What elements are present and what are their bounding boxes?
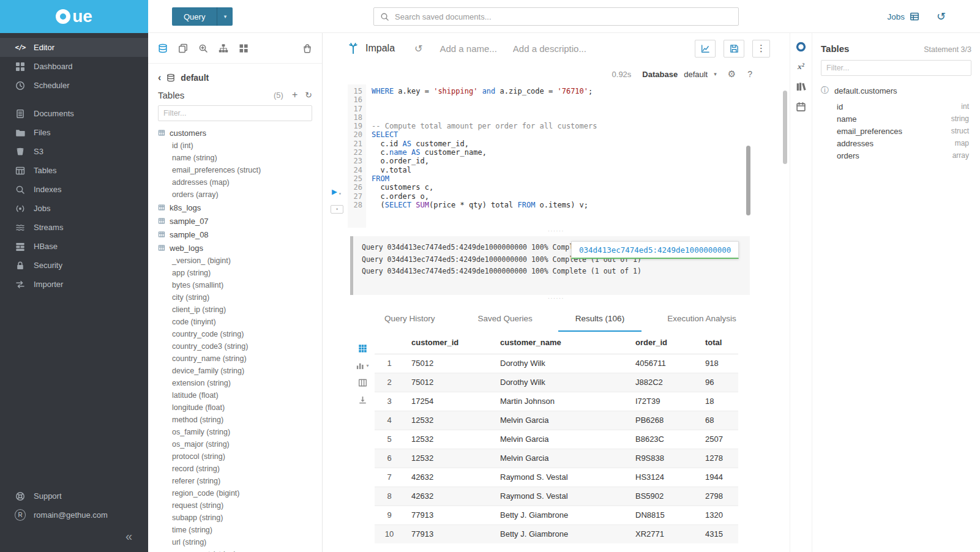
column-item[interactable]: referer (string) bbox=[148, 475, 322, 487]
settings-gear-icon[interactable]: ⚙ bbox=[728, 69, 736, 80]
column-item[interactable]: user_agent (string) bbox=[148, 548, 322, 552]
column-item[interactable]: url (string) bbox=[148, 536, 322, 548]
databases-icon[interactable] bbox=[158, 43, 168, 53]
tab-results-106[interactable]: Results (106) bbox=[558, 306, 641, 332]
collapse-sidebar-icon[interactable]: « bbox=[125, 529, 132, 543]
run-query-button[interactable]: ▶ ▾ bbox=[332, 187, 342, 196]
functions-icon[interactable]: x² bbox=[798, 62, 804, 72]
run-options-caret-icon[interactable]: ▾ bbox=[339, 192, 342, 196]
column-item[interactable]: email_preferences (struct) bbox=[148, 164, 322, 176]
results-column-header[interactable]: customer_id bbox=[404, 332, 493, 354]
table-item-web-logs[interactable]: web_logs bbox=[148, 241, 322, 255]
hue-logo[interactable]: ue bbox=[0, 0, 148, 33]
column-item[interactable]: country_name (string) bbox=[148, 352, 322, 365]
nav-item-support[interactable]: Support bbox=[0, 487, 148, 505]
download-icon[interactable] bbox=[358, 395, 367, 405]
column-item[interactable]: subapp (string) bbox=[148, 512, 322, 524]
nav-item-streams[interactable]: Streams bbox=[0, 218, 148, 237]
column-item[interactable]: protocol (string) bbox=[148, 450, 322, 463]
docs-icon[interactable] bbox=[796, 81, 806, 92]
nav-item-dashboard[interactable]: Dashboard bbox=[0, 57, 148, 76]
chart-button[interactable] bbox=[695, 40, 716, 58]
editor-scrollbar[interactable] bbox=[746, 146, 750, 215]
query-name-input[interactable]: Add a name... bbox=[440, 43, 496, 54]
documents-copy-icon[interactable] bbox=[178, 43, 188, 53]
save-button[interactable] bbox=[724, 40, 744, 58]
nav-item-hbase[interactable]: HBase bbox=[0, 237, 148, 256]
refresh-icon[interactable]: ↻ bbox=[305, 90, 312, 100]
add-table-icon[interactable]: + bbox=[292, 89, 297, 100]
tab-query-history[interactable]: Query History bbox=[367, 306, 452, 332]
new-query-button[interactable]: Query ▾ bbox=[172, 7, 233, 26]
table-item-k8s-logs[interactable]: k8s_logs bbox=[148, 201, 322, 214]
tab-execution-analysis[interactable]: Execution Analysis bbox=[650, 306, 754, 332]
column-item[interactable]: client_ip (string) bbox=[148, 304, 322, 316]
nav-item-tables[interactable]: Tables bbox=[0, 161, 148, 180]
results-row[interactable]: 612532Melvin GarciaR9S8381278 bbox=[375, 449, 738, 468]
column-item[interactable]: city (string) bbox=[148, 291, 322, 304]
statement-selector[interactable]: ▾ bbox=[331, 205, 343, 214]
query-dropdown-caret-icon[interactable]: ▾ bbox=[217, 7, 233, 26]
resize-grip[interactable]: ∙∙∙∙∙∙ bbox=[323, 295, 790, 301]
column-item[interactable]: method (string) bbox=[148, 414, 322, 426]
assist-table-row[interactable]: ⓘ default.customers bbox=[821, 85, 971, 96]
nav-item-files[interactable]: Files bbox=[0, 123, 148, 142]
resize-grip[interactable]: ∙∙∙∙∙∙ bbox=[323, 228, 790, 234]
assist-column-orders[interactable]: ordersarray bbox=[821, 149, 971, 162]
engine-selector[interactable]: Impala bbox=[347, 42, 395, 54]
nav-item-user[interactable]: R romain@gethue.com bbox=[0, 505, 148, 524]
column-item[interactable]: os_family (string) bbox=[148, 426, 322, 438]
results-row[interactable]: 977913Betty J. GiambroneDN88151320 bbox=[375, 505, 738, 524]
results-chart-button[interactable]: ▾ bbox=[356, 361, 368, 370]
assist-column-id[interactable]: idint bbox=[821, 100, 971, 113]
nav-item-documents[interactable]: Documents bbox=[0, 104, 148, 123]
column-item[interactable]: orders (array) bbox=[148, 188, 322, 201]
apps-grid-icon[interactable] bbox=[239, 43, 249, 53]
column-item[interactable]: country_code3 (string) bbox=[148, 340, 322, 352]
results-column-header[interactable]: order_id bbox=[628, 332, 698, 354]
nav-item-security[interactable]: Security bbox=[0, 256, 148, 275]
column-item[interactable]: name (string) bbox=[148, 152, 322, 164]
column-item[interactable]: _version_ (bigint) bbox=[148, 255, 322, 267]
table-item-sample-07[interactable]: sample_07 bbox=[148, 214, 322, 228]
query-description-input[interactable]: Add a descriptio... bbox=[513, 43, 586, 54]
column-item[interactable]: os_major (string) bbox=[148, 438, 322, 450]
tab-saved-queries[interactable]: Saved Queries bbox=[461, 306, 550, 332]
column-item[interactable]: id (int) bbox=[148, 140, 322, 152]
column-item[interactable]: device_family (string) bbox=[148, 365, 322, 377]
column-item[interactable]: app (string) bbox=[148, 267, 322, 279]
query-history-icon[interactable]: ↺ bbox=[937, 11, 946, 22]
column-item[interactable]: bytes (smallint) bbox=[148, 279, 322, 291]
assist-filter-input[interactable] bbox=[821, 60, 971, 76]
assist-column-addresses[interactable]: addressesmap bbox=[821, 137, 971, 149]
page-scrollbar[interactable] bbox=[783, 91, 787, 164]
column-item[interactable]: country_code (string) bbox=[148, 328, 322, 340]
table-item-customers[interactable]: customers bbox=[148, 126, 322, 140]
results-column-header[interactable]: total bbox=[698, 332, 738, 354]
search-input[interactable] bbox=[395, 12, 732, 21]
results-row[interactable]: 1077913Betty J. GiambroneXR27714315 bbox=[375, 524, 738, 543]
more-actions-button[interactable]: ⋮ bbox=[752, 40, 770, 58]
column-item[interactable]: extension (string) bbox=[148, 377, 322, 389]
info-icon[interactable]: ⓘ bbox=[821, 85, 829, 96]
assist-column-email-preferences[interactable]: email_preferencesstruct bbox=[821, 125, 971, 137]
calendar-icon[interactable] bbox=[796, 102, 806, 112]
back-icon[interactable]: ‹ bbox=[158, 72, 161, 83]
editor-code[interactable]: WHERE a.key = 'shipping' and a.zip_code … bbox=[366, 84, 790, 228]
nav-item-jobs[interactable]: Jobs bbox=[0, 199, 148, 218]
job-id-tooltip[interactable]: 034d413ec7474ed5:4249de1000000000 bbox=[571, 241, 739, 259]
bag-icon[interactable] bbox=[302, 43, 312, 53]
query-history-toggle-icon[interactable]: ↺ bbox=[414, 43, 422, 54]
database-selector[interactable]: Database default ▾ bbox=[642, 70, 716, 79]
nav-item-editor[interactable]: </>Editor bbox=[0, 38, 148, 57]
nav-item-indexes[interactable]: Indexes bbox=[0, 180, 148, 199]
assistant-icon[interactable] bbox=[796, 42, 806, 52]
nav-item-scheduler[interactable]: Scheduler bbox=[0, 76, 148, 95]
column-item[interactable]: addresses (map) bbox=[148, 176, 322, 188]
column-item[interactable]: region_code (bigint) bbox=[148, 487, 322, 499]
column-item[interactable]: latitude (float) bbox=[148, 389, 322, 401]
assist-column-name[interactable]: namestring bbox=[821, 113, 971, 125]
results-row[interactable]: 317254Martin JohnsonI72T3918 bbox=[375, 392, 738, 411]
nav-item-importer[interactable]: Importer bbox=[0, 275, 148, 294]
results-row[interactable]: 275012Dorothy WilkJ882C296 bbox=[375, 373, 738, 392]
